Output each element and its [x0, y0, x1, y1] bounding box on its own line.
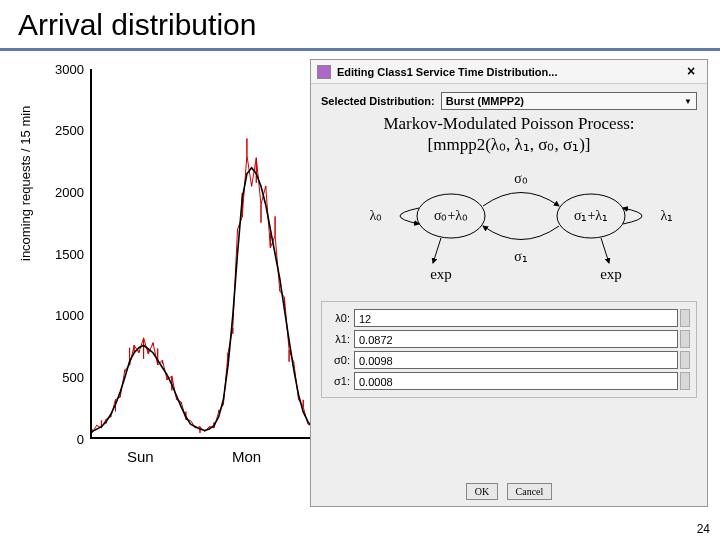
svg-text:σ₁: σ₁	[514, 249, 528, 264]
y-axis-label: incoming requests / 15 min	[18, 106, 33, 261]
state1-label: σ₁+λ₁	[574, 208, 608, 223]
svg-text:σ₀: σ₀	[514, 171, 528, 186]
y-tick: 500	[44, 370, 84, 385]
dialog-titlebar[interactable]: Editing Class1 Service Time Distribution…	[311, 60, 707, 84]
cancel-button[interactable]: Cancel	[507, 483, 553, 500]
svg-text:λ₁: λ₁	[661, 208, 674, 223]
distribution-dialog: Editing Class1 Service Time Distribution…	[310, 59, 708, 507]
y-tick: 1000	[44, 308, 84, 323]
x-tick-mon: Mon	[232, 448, 261, 465]
lambda1-input[interactable]: 0.0872	[354, 330, 678, 348]
slide-title: Arrival distribution	[0, 0, 720, 48]
mmpp-diagram: σ₀+λ₀ σ₁+λ₁ σ₀ σ₁ λ₀ λ₁ exp	[321, 161, 701, 291]
title-divider	[0, 48, 720, 51]
plot-area: Sun Mon	[90, 69, 320, 439]
sigma0-input[interactable]: 0.0098	[354, 351, 678, 369]
page-number: 24	[697, 522, 710, 536]
mmpp-title: Markov-Modulated Poisson Process:	[321, 114, 697, 134]
spinner-icon[interactable]	[680, 330, 690, 348]
y-ticks: 3000 2500 2000 1500 1000 500 0	[46, 69, 86, 439]
sigma1-input[interactable]: 0.0008	[354, 372, 678, 390]
svg-text:exp: exp	[600, 266, 622, 282]
chevron-down-icon: ▼	[684, 97, 692, 106]
dist-value: Burst (MMPP2)	[446, 95, 524, 107]
param-label-sigma1: σ1:	[328, 375, 354, 387]
y-tick: 3000	[44, 62, 84, 77]
state0-label: σ₀+λ₀	[434, 208, 468, 223]
param-section: λ0: 12 λ1: 0.0872 σ0: 0.0098 σ1: 0.0008	[321, 301, 697, 398]
dialog-title: Editing Class1 Service Time Distribution…	[337, 66, 557, 78]
spinner-icon[interactable]	[680, 351, 690, 369]
close-icon[interactable]: ×	[681, 62, 701, 82]
x-tick-sun: Sun	[127, 448, 154, 465]
lambda0-input[interactable]: 12	[354, 309, 678, 327]
spinner-icon[interactable]	[680, 309, 690, 327]
dist-label: Selected Distribution:	[321, 95, 435, 107]
y-tick: 2500	[44, 123, 84, 138]
mmpp-formula: [mmpp2(λ₀, λ₁, σ₀, σ₁)]	[321, 134, 697, 155]
distribution-select[interactable]: Burst (MMPP2) ▼	[441, 92, 697, 110]
app-icon	[317, 65, 331, 79]
svg-text:λ₀: λ₀	[370, 208, 383, 223]
y-tick: 1500	[44, 247, 84, 262]
param-label-sigma0: σ0:	[328, 354, 354, 366]
y-tick: 0	[44, 432, 84, 447]
ok-button[interactable]: OK	[466, 483, 498, 500]
param-label-lambda0: λ0:	[328, 312, 354, 324]
spinner-icon[interactable]	[680, 372, 690, 390]
arrival-chart: incoming requests / 15 min 3000 2500 200…	[32, 61, 332, 481]
chart-lines	[92, 69, 322, 439]
svg-text:exp: exp	[430, 266, 452, 282]
param-label-lambda1: λ1:	[328, 333, 354, 345]
y-tick: 2000	[44, 185, 84, 200]
